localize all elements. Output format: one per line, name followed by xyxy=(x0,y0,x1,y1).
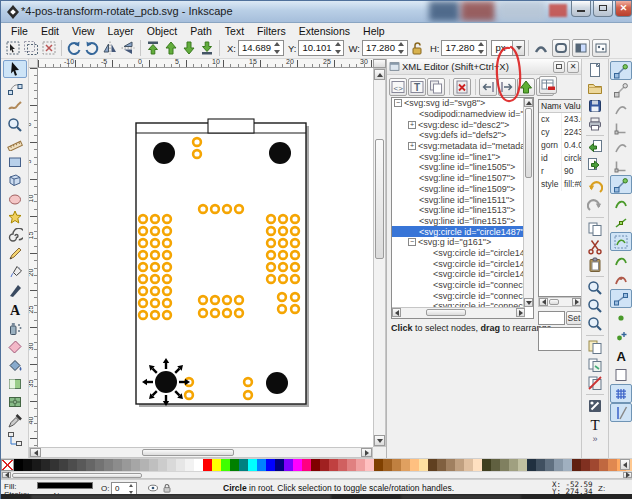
palette-no-color-swatch[interactable] xyxy=(1,459,14,471)
attribute-name-input[interactable] xyxy=(538,311,565,325)
pcb-pad[interactable] xyxy=(279,227,287,235)
canvas-vertical-scrollbar[interactable] xyxy=(373,68,386,447)
palette-swatch[interactable] xyxy=(446,459,455,471)
pcb-selected-hole[interactable] xyxy=(155,371,177,393)
selector-tool-button[interactable] xyxy=(3,60,27,78)
palette-swatch[interactable] xyxy=(410,459,419,471)
lower-to-bottom-button[interactable] xyxy=(198,39,216,57)
save-document-button[interactable] xyxy=(584,97,606,115)
palette-swatch[interactable] xyxy=(428,459,437,471)
pcb-pad[interactable] xyxy=(279,215,287,223)
snap-bbox-edge-button[interactable] xyxy=(610,99,632,118)
palette-swatch[interactable] xyxy=(185,459,194,471)
palette-swatch[interactable] xyxy=(356,459,365,471)
palette-swatch[interactable] xyxy=(239,459,248,471)
xml-tree-node[interactable]: <svg:line id="line1"> xyxy=(392,151,525,162)
palette-swatch[interactable] xyxy=(347,459,356,471)
pcb-pad[interactable] xyxy=(139,275,147,283)
pcb-pad[interactable] xyxy=(291,215,299,223)
snap-nodes-button[interactable] xyxy=(610,175,632,194)
panel-dock-button[interactable] xyxy=(553,61,565,73)
create-clone-button[interactable] xyxy=(584,356,606,374)
snap-path-intersection-button[interactable] xyxy=(610,213,632,232)
menu-file[interactable]: File xyxy=(5,24,34,38)
w-field[interactable]: 17.280 xyxy=(362,40,408,56)
pcb-pad[interactable] xyxy=(267,239,275,247)
palette-swatch[interactable] xyxy=(365,459,374,471)
palette-swatch[interactable] xyxy=(284,459,293,471)
snap-bbox-corner-button[interactable] xyxy=(610,118,632,137)
xml-tree-node[interactable]: <svg:circle id="circle1496"> xyxy=(392,269,525,280)
cut-button[interactable] xyxy=(584,238,606,256)
palette-swatch[interactable] xyxy=(383,459,392,471)
move-patterns-toggle[interactable] xyxy=(592,39,610,57)
attribute-row[interactable]: cx243.0 xyxy=(539,113,581,126)
spray-tool-button[interactable] xyxy=(3,319,27,337)
palette-swatch[interactable] xyxy=(509,459,518,471)
canvas[interactable] xyxy=(38,68,373,447)
redo-button[interactable] xyxy=(584,197,606,215)
unlink-clone-button[interactable] xyxy=(584,374,606,392)
horizontal-ruler[interactable]: -10-5051015202530 xyxy=(38,59,373,68)
palette-swatch[interactable] xyxy=(77,459,86,471)
palette-swatch[interactable] xyxy=(599,459,608,471)
node-tool-button[interactable] xyxy=(3,79,27,97)
pcb-pad[interactable] xyxy=(223,296,231,304)
menu-view[interactable]: View xyxy=(66,24,101,38)
palette-swatch[interactable] xyxy=(302,459,311,471)
palette-swatch[interactable] xyxy=(527,459,536,471)
layer-lock-icon[interactable] xyxy=(161,482,173,494)
palette-swatch[interactable] xyxy=(338,459,347,471)
xml-tree-node[interactable]: <svg:circle id="circle1493"> xyxy=(392,258,525,269)
attribute-row[interactable]: gorn0.4.0. xyxy=(539,139,581,152)
ellipse-tool-button[interactable] xyxy=(3,190,27,208)
palette-swatch[interactable] xyxy=(320,459,329,471)
pencil-tool-button[interactable] xyxy=(3,245,27,263)
pcb-mount-hole[interactable] xyxy=(269,142,291,164)
snap-grid-button[interactable] xyxy=(610,384,632,403)
pcb-pad[interactable] xyxy=(199,205,207,213)
xml-tree-node[interactable]: <sodipodi:namedview id="named xyxy=(392,109,525,120)
pcb-pad[interactable] xyxy=(151,311,159,319)
vertical-ruler[interactable]: 0510152025303540 xyxy=(29,68,38,447)
palette-swatch[interactable] xyxy=(293,459,302,471)
tree-expander-minus-icon[interactable]: − xyxy=(408,238,416,246)
new-text-node-button[interactable]: T xyxy=(408,78,426,96)
pcb-mount-hole[interactable] xyxy=(153,142,175,164)
xml-tree-node[interactable]: <svg:line id="line1515"> xyxy=(392,216,525,227)
palette-swatch[interactable] xyxy=(554,459,563,471)
pcb-pad[interactable] xyxy=(199,309,207,317)
palette-swatch[interactable] xyxy=(473,459,482,471)
tweak-tool-button[interactable] xyxy=(3,97,27,115)
palette-swatch[interactable] xyxy=(149,459,158,471)
canvas-scroll-corner-button[interactable] xyxy=(373,59,386,68)
pcb-pad[interactable] xyxy=(139,215,147,223)
pcb-pad[interactable] xyxy=(291,263,299,271)
xml-tree-node[interactable]: <svg:line id="line1513"> xyxy=(392,205,525,216)
pcb-mount-hole[interactable] xyxy=(266,372,288,394)
palette-swatch[interactable] xyxy=(50,459,59,471)
pcb-pad[interactable] xyxy=(279,239,287,247)
snap-guide-button[interactable] xyxy=(610,403,632,422)
pcb-pad[interactable] xyxy=(291,275,299,283)
indent-node-button[interactable] xyxy=(498,78,516,96)
palette-swatch[interactable] xyxy=(140,459,149,471)
palette-swatch[interactable] xyxy=(230,459,239,471)
menu-text[interactable]: Text xyxy=(219,24,250,38)
pcb-pad[interactable] xyxy=(235,205,243,213)
zoom-page-button[interactable] xyxy=(584,315,606,333)
pcb-pad[interactable] xyxy=(278,293,286,301)
pcb-pad[interactable] xyxy=(267,215,275,223)
rectangle-tool-button[interactable] xyxy=(3,153,27,171)
pcb-pad[interactable] xyxy=(211,309,219,317)
mesh-gradient-tool-button[interactable] xyxy=(3,393,27,411)
menu-help[interactable]: Help xyxy=(357,24,391,38)
pcb-pad[interactable] xyxy=(163,263,171,271)
pcb-pad[interactable] xyxy=(163,299,171,307)
menu-path[interactable]: Path xyxy=(184,24,218,38)
menu-edit[interactable]: Edit xyxy=(35,24,65,38)
minimize-button[interactable] xyxy=(571,1,591,17)
palette-swatch[interactable] xyxy=(275,459,284,471)
raise-button[interactable] xyxy=(162,39,180,57)
xml-tree-node[interactable]: <svg:line id="line1507"> xyxy=(392,173,525,184)
